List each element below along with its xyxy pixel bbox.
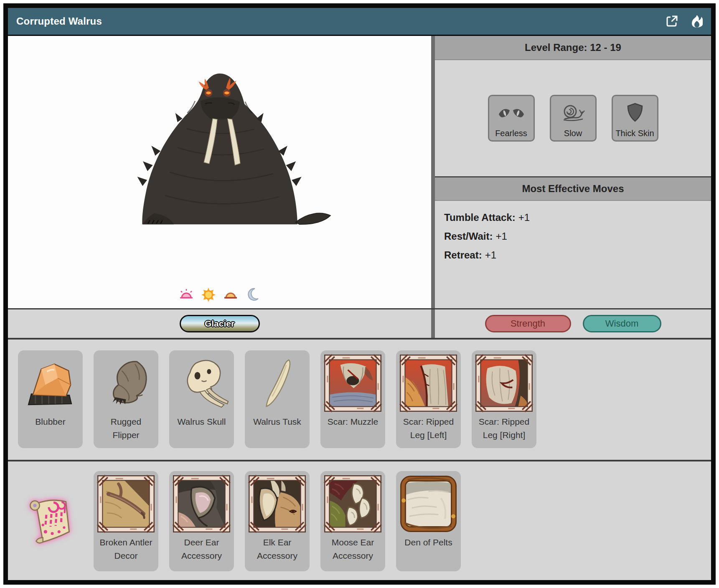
external-link-icon[interactable] <box>665 15 678 28</box>
rugged-flipper-art <box>97 354 155 412</box>
item-label: Scar: Muzzle <box>323 415 382 428</box>
night-icon <box>245 287 260 302</box>
scar-ripped-leg-right-art <box>475 354 533 412</box>
active-time-icons <box>8 287 431 302</box>
drop-card-blubber[interactable]: Blubber <box>18 350 83 448</box>
trait-label: Fearless <box>495 129 527 138</box>
biome-glacier-button[interactable]: Glacier <box>180 315 260 332</box>
moves-list: Tumble Attack:+1 Rest/Wait:+1 Retreat:+1 <box>435 201 711 308</box>
item-label: Moose Ear Accessory <box>323 536 382 562</box>
move-line: Rest/Wait:+1 <box>444 231 702 242</box>
trait-slow[interactable]: Slow <box>550 95 597 142</box>
enemy-codex-panel: Corrupted Walrus <box>3 3 716 585</box>
special-card-elk-ear-accessory[interactable]: Elk Ear Accessory <box>245 471 310 571</box>
special-card-moose-ear-accessory[interactable]: Moose Ear Accessory <box>320 471 385 571</box>
page-title: Corrupted Walrus <box>16 15 102 27</box>
drop-card-walrus-skull[interactable]: Walrus Skull <box>169 350 234 448</box>
walrus-tusk-art <box>248 354 306 412</box>
special-card-den-of-pelts[interactable]: Den of Pelts <box>396 471 461 571</box>
drop-card-walrus-tusk[interactable]: Walrus Tusk <box>245 350 310 448</box>
flame-icon[interactable] <box>691 15 703 28</box>
wisdom-button[interactable]: Wisdom <box>583 315 661 332</box>
level-range-bar: Level Range: 12 - 19 <box>435 36 711 60</box>
move-line: Retreat:+1 <box>444 249 702 261</box>
cat-eyes-icon <box>498 96 525 129</box>
biome-left: Glacier <box>8 309 431 338</box>
glowing-scroll-icon[interactable] <box>21 491 80 550</box>
attack-stats: Strength Wisdom <box>435 309 711 338</box>
snail-icon <box>561 96 585 129</box>
den-of-pelts-art <box>399 475 457 533</box>
elk-ear-accessory-art <box>248 475 306 533</box>
dusk-icon <box>223 287 238 302</box>
item-label: Blubber <box>21 415 80 428</box>
item-label: Scar: Ripped Leg [Right] <box>475 415 534 441</box>
main-row: Level Range: 12 - 19 Fearless <box>8 36 711 308</box>
moose-ear-accessory-art <box>324 475 382 533</box>
drops-section: Blubber Rugged Flipper Walrus Skull <box>8 340 711 461</box>
special-drops-section: Broken Antler Decor Deer Ear Accessory <box>8 461 711 580</box>
special-card-deer-ear-accessory[interactable]: Deer Ear Accessory <box>169 471 234 571</box>
trait-fearless[interactable]: Fearless <box>488 95 535 142</box>
drop-card-scar-muzzle[interactable]: Scar: Muzzle <box>320 350 385 448</box>
walrus-skull-art <box>173 354 231 412</box>
item-label: Den of Pelts <box>399 536 458 549</box>
scar-muzzle-art <box>324 354 382 412</box>
item-label: Walrus Skull <box>172 415 231 428</box>
dawn-icon <box>179 287 194 302</box>
trait-thick-skin[interactable]: Thick Skin <box>612 95 658 142</box>
deer-ear-accessory-art <box>173 475 231 533</box>
biome-row: Glacier Strength Wisdom <box>8 308 711 340</box>
strength-button[interactable]: Strength <box>485 315 571 332</box>
item-label: Walrus Tusk <box>248 415 307 428</box>
blubber-art <box>21 354 79 412</box>
item-label: Scar: Ripped Leg [Left] <box>399 415 458 441</box>
panel-divider <box>431 36 435 308</box>
stats-panel: Level Range: 12 - 19 Fearless <box>435 36 711 308</box>
move-line: Tumble Attack:+1 <box>444 212 702 223</box>
scar-ripped-leg-left-art <box>399 354 457 412</box>
special-card-broken-antler-decor[interactable]: Broken Antler Decor <box>94 471 158 571</box>
creature-image-panel <box>8 36 431 308</box>
drop-card-scar-ripped-leg-right[interactable]: Scar: Ripped Leg [Right] <box>472 350 536 448</box>
shield-icon <box>626 96 644 129</box>
traits-area: Fearless Slow <box>435 60 711 177</box>
panel-divider <box>431 309 435 338</box>
drop-card-scar-ripped-leg-left[interactable]: Scar: Ripped Leg [Left] <box>396 350 461 448</box>
day-icon <box>201 287 216 302</box>
item-label: Elk Ear Accessory <box>248 536 307 562</box>
trait-label: Thick Skin <box>615 129 654 138</box>
corrupted-walrus-art <box>107 54 333 246</box>
drop-card-rugged-flipper[interactable]: Rugged Flipper <box>94 350 158 448</box>
moves-header: Most Effective Moves <box>435 177 711 201</box>
title-bar: Corrupted Walrus <box>8 8 711 36</box>
item-label: Broken Antler Decor <box>97 536 155 562</box>
trait-label: Slow <box>564 129 582 138</box>
item-label: Deer Ear Accessory <box>172 536 231 562</box>
broken-antler-decor-art <box>97 475 155 533</box>
item-label: Rugged Flipper <box>97 415 155 441</box>
